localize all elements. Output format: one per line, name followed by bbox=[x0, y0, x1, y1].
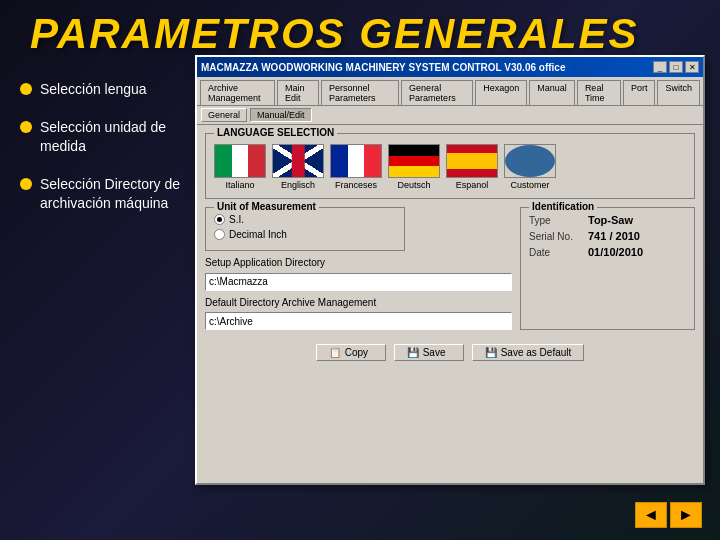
archive-dir-label: Default Directory Archive Management bbox=[205, 297, 512, 308]
flag-item-custom[interactable]: Customer bbox=[504, 144, 556, 190]
flag-france[interactable] bbox=[330, 144, 382, 178]
bullet-dot-2 bbox=[20, 121, 32, 133]
tab-switch[interactable]: Switch bbox=[657, 80, 700, 105]
identification-label: Identification bbox=[529, 201, 597, 212]
save-icon: 💾 bbox=[407, 347, 419, 358]
id-serial-value: 741 / 2010 bbox=[588, 230, 640, 242]
sub-toolbar: General Manual/Edit bbox=[197, 106, 703, 125]
flag-germany[interactable] bbox=[388, 144, 440, 178]
id-date-row: Date 01/10/2010 bbox=[529, 246, 686, 258]
radio-si[interactable]: S.I. bbox=[214, 214, 396, 225]
flag-item-english[interactable]: Englisch bbox=[272, 144, 324, 190]
archive-dir-input[interactable] bbox=[205, 312, 512, 330]
id-date-key: Date bbox=[529, 247, 584, 258]
flag-item-italian[interactable]: Italiano bbox=[214, 144, 266, 190]
setup-directory-section: Setup Application Directory bbox=[205, 257, 512, 291]
flag-italy[interactable] bbox=[214, 144, 266, 178]
id-type-key: Type bbox=[529, 215, 584, 226]
tab-main-edit[interactable]: Main Edit bbox=[277, 80, 319, 105]
title-area: PARAMETROS GENERALES bbox=[30, 10, 690, 58]
sub-btn-manual-edit[interactable]: Manual/Edit bbox=[250, 108, 312, 122]
identification-section: Identification Type Top-Saw Serial No. 7… bbox=[520, 207, 695, 330]
copy-label: Copy bbox=[345, 347, 368, 358]
bullet-text-1: Selección lengua bbox=[40, 80, 147, 100]
tab-realtime[interactable]: Real Time bbox=[577, 80, 621, 105]
radio-si-circle[interactable] bbox=[214, 214, 225, 225]
radio-decimal-label: Decimal Inch bbox=[229, 229, 287, 240]
bullet-1: Selección lengua bbox=[20, 80, 190, 100]
flag-label-english: Englisch bbox=[281, 180, 315, 190]
tab-bar: Archive Management Main Edit Personnel P… bbox=[197, 77, 703, 106]
setup-dir-input[interactable] bbox=[205, 273, 512, 291]
id-date-value: 01/10/2010 bbox=[588, 246, 643, 258]
id-type-value: Top-Saw bbox=[588, 214, 633, 226]
flag-item-german[interactable]: Deutsch bbox=[388, 144, 440, 190]
radio-si-dot bbox=[217, 217, 222, 222]
flag-label-custom: Customer bbox=[510, 180, 549, 190]
flag-label-french: Franceses bbox=[335, 180, 377, 190]
archive-directory-section: Default Directory Archive Management bbox=[205, 297, 512, 331]
main-dialog: MACMAZZA WOODWORKING MACHINERY SYSTEM CO… bbox=[195, 55, 705, 485]
minimize-button[interactable]: _ bbox=[653, 61, 667, 73]
page-title: PARAMETROS GENERALES bbox=[30, 10, 690, 58]
bullet-text-3: Selección Directory de archivación máqui… bbox=[40, 175, 190, 214]
save-label: Save bbox=[423, 347, 446, 358]
save-button[interactable]: 💾 Save bbox=[394, 344, 464, 361]
language-section-label: LANGUAGE SELECTION bbox=[214, 127, 337, 138]
flag-uk[interactable] bbox=[272, 144, 324, 178]
setup-dir-label: Setup Application Directory bbox=[205, 257, 512, 268]
flag-label-italian: Italiano bbox=[225, 180, 254, 190]
flag-spain[interactable] bbox=[446, 144, 498, 178]
save-default-label: Save as Default bbox=[501, 347, 572, 358]
tab-manual[interactable]: Manual bbox=[529, 80, 575, 105]
radio-decimal[interactable]: Decimal Inch bbox=[214, 229, 396, 240]
copy-button[interactable]: 📋 Copy bbox=[316, 344, 386, 361]
save-default-icon: 💾 bbox=[485, 347, 497, 358]
flag-item-spanish[interactable]: Espanol bbox=[446, 144, 498, 190]
measurement-section: Unit of Measurement S.I. Decimal Inch bbox=[205, 207, 405, 251]
radio-decimal-circle[interactable] bbox=[214, 229, 225, 240]
copy-icon: 📋 bbox=[329, 347, 341, 358]
bullet-2: Selección unidad de medida bbox=[20, 118, 190, 157]
maximize-button[interactable]: □ bbox=[669, 61, 683, 73]
bullet-dot-1 bbox=[20, 83, 32, 95]
bullets-area: Selección lengua Selección unidad de med… bbox=[20, 80, 190, 232]
dialog-controls: _ □ ✕ bbox=[653, 61, 699, 73]
flag-label-spanish: Espanol bbox=[456, 180, 489, 190]
language-flags: Italiano Englisch Franceses bbox=[214, 144, 686, 190]
tab-hexagon[interactable]: Hexagon bbox=[475, 80, 527, 105]
nav-arrows-area: ◄ ► bbox=[635, 502, 702, 528]
dialog-content: LANGUAGE SELECTION Italiano Englisch bbox=[197, 125, 703, 375]
flag-custom[interactable] bbox=[504, 144, 556, 178]
nav-prev-button[interactable]: ◄ bbox=[635, 502, 667, 528]
measurement-label: Unit of Measurement bbox=[214, 201, 319, 212]
save-default-button[interactable]: 💾 Save as Default bbox=[472, 344, 585, 361]
dialog-titlebar: MACMAZZA WOODWORKING MACHINERY SYSTEM CO… bbox=[197, 57, 703, 77]
bullet-dot-3 bbox=[20, 178, 32, 190]
flag-label-german: Deutsch bbox=[397, 180, 430, 190]
tab-port[interactable]: Port bbox=[623, 80, 656, 105]
sub-btn-general[interactable]: General bbox=[201, 108, 247, 122]
bottom-buttons: 📋 Copy 💾 Save 💾 Save as Default bbox=[205, 338, 695, 367]
dialog-title: MACMAZZA WOODWORKING MACHINERY SYSTEM CO… bbox=[201, 62, 565, 73]
flag-item-french[interactable]: Franceses bbox=[330, 144, 382, 190]
tab-personnel[interactable]: Personnel Parameters bbox=[321, 80, 399, 105]
id-type-row: Type Top-Saw bbox=[529, 214, 686, 226]
tab-general-params[interactable]: General Parameters bbox=[401, 80, 473, 105]
bullet-3: Selección Directory de archivación máqui… bbox=[20, 175, 190, 214]
bullet-text-2: Selección unidad de medida bbox=[40, 118, 190, 157]
id-serial-key: Serial No. bbox=[529, 231, 584, 242]
tab-archive-management[interactable]: Archive Management bbox=[200, 80, 275, 105]
lower-row: Unit of Measurement S.I. Decimal Inch Se bbox=[205, 207, 695, 330]
language-section: LANGUAGE SELECTION Italiano Englisch bbox=[205, 133, 695, 199]
radio-si-label: S.I. bbox=[229, 214, 244, 225]
id-serial-row: Serial No. 741 / 2010 bbox=[529, 230, 686, 242]
close-button[interactable]: ✕ bbox=[685, 61, 699, 73]
nav-next-button[interactable]: ► bbox=[670, 502, 702, 528]
